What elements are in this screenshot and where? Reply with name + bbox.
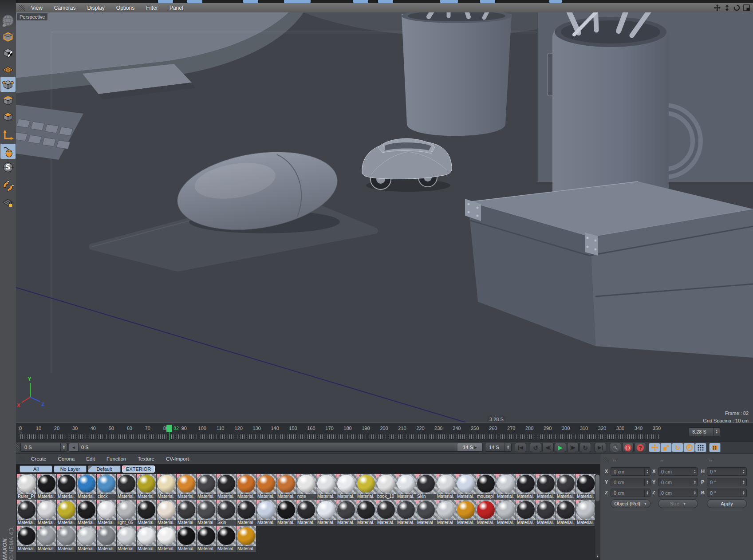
range-right-handle[interactable]: 14 S ▶ <box>457 443 482 451</box>
material-swatch[interactable]: Material. <box>276 474 296 500</box>
zoom-view-icon[interactable] <box>723 4 731 12</box>
material-tab-default[interactable]: Default <box>88 465 121 473</box>
material-menu-function[interactable]: Function <box>106 456 126 461</box>
timeline-playhead[interactable] <box>166 425 172 432</box>
material-swatch[interactable]: Skin <box>217 500 236 526</box>
material-tab-exterior[interactable]: EXTERIOR <box>122 465 155 473</box>
material-swatch[interactable]: Material <box>177 500 196 526</box>
menu-item-cameras[interactable]: Cameras <box>54 5 76 11</box>
record-parameter-button[interactable]: P <box>683 443 695 452</box>
material-swatch[interactable]: Material. <box>496 500 516 526</box>
material-swatch[interactable]: light_05 <box>117 500 136 526</box>
material-swatch[interactable]: Material. <box>436 474 456 500</box>
camera-label[interactable]: Perspective <box>17 13 47 20</box>
play-button[interactable]: ▶ <box>555 443 566 452</box>
material-swatch[interactable]: Material. <box>356 474 376 500</box>
coordinates-grip-icon[interactable] <box>603 457 609 463</box>
material-swatch[interactable]: Material. <box>157 474 176 500</box>
material-swatch[interactable]: Material <box>416 500 436 526</box>
record-keyframe-button[interactable] <box>610 443 621 452</box>
spinner-arrows-icon[interactable]: ▲▼ <box>692 468 698 475</box>
material-menu-create[interactable]: Create <box>31 456 47 461</box>
coordinate-input-position-y[interactable]: 0 cm▲▼ <box>611 478 650 486</box>
material-swatch[interactable]: Material. <box>97 500 116 526</box>
next-frame-button[interactable]: )▶ <box>567 443 579 452</box>
viewport-3d[interactable]: Y X Z Perspective 3.28 S Frame : 82 Grid… <box>16 12 753 422</box>
menu-item-display[interactable]: Display <box>87 5 104 11</box>
points-mode-icon[interactable] <box>0 77 16 92</box>
material-swatch[interactable]: Material. <box>177 474 196 500</box>
material-swatch[interactable]: Material. <box>556 474 576 500</box>
spinner-arrows-icon[interactable]: ▲▼ <box>505 443 511 451</box>
scrollbar-thumb[interactable] <box>595 475 599 501</box>
texture-mode-icon[interactable] <box>0 61 16 76</box>
material-swatch[interactable]: Material. <box>516 474 536 500</box>
material-swatch[interactable]: Material. <box>296 500 316 526</box>
material-swatch[interactable]: Material. <box>117 474 136 500</box>
material-swatch[interactable]: Material. <box>197 474 216 500</box>
material-swatch[interactable]: Material. <box>77 474 96 500</box>
material-swatch[interactable]: Material. <box>476 500 496 526</box>
material-swatch[interactable]: Material. <box>137 526 156 552</box>
material-swatch[interactable]: Material. <box>137 500 156 526</box>
record-position-button[interactable] <box>649 443 660 452</box>
spinner-arrows-icon[interactable]: ▲▼ <box>741 489 746 497</box>
material-swatch[interactable]: Material. <box>516 500 536 526</box>
range-end-field[interactable]: 14 S ▲▼ <box>485 443 512 452</box>
end-time-value[interactable]: 3.28 S <box>689 429 713 434</box>
coordinate-input-scale-x[interactable]: 0 cm▲▼ <box>658 467 698 476</box>
enable-axis-icon[interactable] <box>0 128 16 143</box>
apply-button[interactable]: Apply <box>707 499 747 508</box>
range-end-value[interactable]: 14 S <box>485 445 505 450</box>
material-swatch[interactable]: mousepl <box>476 474 496 500</box>
material-swatch[interactable]: Material. <box>256 500 276 526</box>
model-mode-icon[interactable] <box>0 45 16 60</box>
material-swatch[interactable]: Material. <box>57 500 76 526</box>
material-swatch[interactable]: Material. <box>97 526 116 552</box>
record-scale-button[interactable] <box>660 443 672 452</box>
material-swatch[interactable]: Material <box>436 500 456 526</box>
material-swatch[interactable]: Material. <box>256 474 276 500</box>
toggle-panel-icon[interactable] <box>743 4 750 12</box>
material-swatch[interactable]: note <box>296 474 316 500</box>
material-swatch[interactable]: Material. <box>197 526 216 552</box>
snap-settings-icon[interactable]: S <box>0 160 16 175</box>
material-swatch[interactable]: Material. <box>17 500 36 526</box>
spinner-arrows-icon[interactable]: ▲▼ <box>644 489 650 497</box>
material-swatch[interactable]: Material. <box>396 474 416 500</box>
menu-item-filter[interactable]: Filter <box>146 5 158 11</box>
material-swatch[interactable]: Ruler_Pl <box>17 474 36 500</box>
goto-end-button[interactable]: ▶| <box>595 443 606 452</box>
material-swatch[interactable]: Material. <box>276 500 296 526</box>
keyframe-selection-button[interactable] <box>709 443 721 452</box>
material-swatch[interactable]: Material. <box>336 474 356 500</box>
coordinate-input-position-x[interactable]: 0 cm▲▼ <box>611 467 650 476</box>
coordinate-mode-select[interactable]: Object (Rel) ▼ <box>611 499 650 508</box>
material-swatch[interactable]: Material. <box>316 474 336 500</box>
range-start-field[interactable]: 0 S ▲▼ <box>20 443 67 452</box>
material-swatch[interactable]: Material <box>237 500 256 526</box>
material-swatch[interactable]: Material. <box>356 500 376 526</box>
menu-item-panel[interactable]: Panel <box>170 5 183 11</box>
material-swatch[interactable]: Material. <box>396 500 416 526</box>
material-menu-texture[interactable]: Texture <box>138 456 154 461</box>
material-swatch[interactable]: Material. <box>177 526 196 552</box>
material-menu-edit[interactable]: Edit <box>86 456 95 461</box>
material-swatch[interactable]: Material. <box>77 500 96 526</box>
spinner-arrows-icon[interactable]: ▲▼ <box>644 468 650 475</box>
previous-key-button[interactable]: ↺ <box>530 443 541 452</box>
material-swatch[interactable]: Material. <box>37 500 56 526</box>
material-menu-cv-import[interactable]: CV-Import <box>166 456 189 461</box>
coordinate-input-rotation-h[interactable]: 0 °▲▼ <box>707 467 747 476</box>
range-left-handle[interactable]: ◀ <box>69 443 79 451</box>
material-swatch[interactable]: Material. <box>576 500 595 526</box>
material-swatch[interactable]: Material. <box>237 474 256 500</box>
scroll-down-icon[interactable]: ▼ <box>595 555 599 558</box>
coordinate-input-position-z[interactable]: 0 cm▲▼ <box>611 489 650 497</box>
spinner-arrows-icon[interactable]: ▲▼ <box>692 489 698 497</box>
spinner-arrows-icon[interactable]: ▲▼ <box>644 478 650 486</box>
material-swatch[interactable]: book_10 <box>376 474 396 500</box>
material-swatch[interactable]: Material. <box>316 500 336 526</box>
rotate-view-icon[interactable] <box>733 4 741 12</box>
edges-mode-icon[interactable] <box>0 93 16 108</box>
